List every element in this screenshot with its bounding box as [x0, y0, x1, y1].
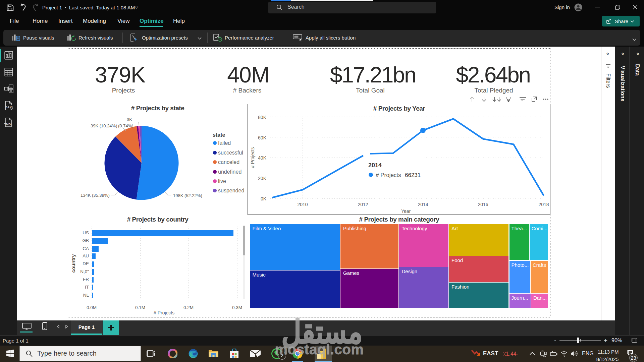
svg-text:TMDL: TMDL — [4, 123, 13, 126]
svg-text:DAX: DAX — [5, 105, 12, 109]
